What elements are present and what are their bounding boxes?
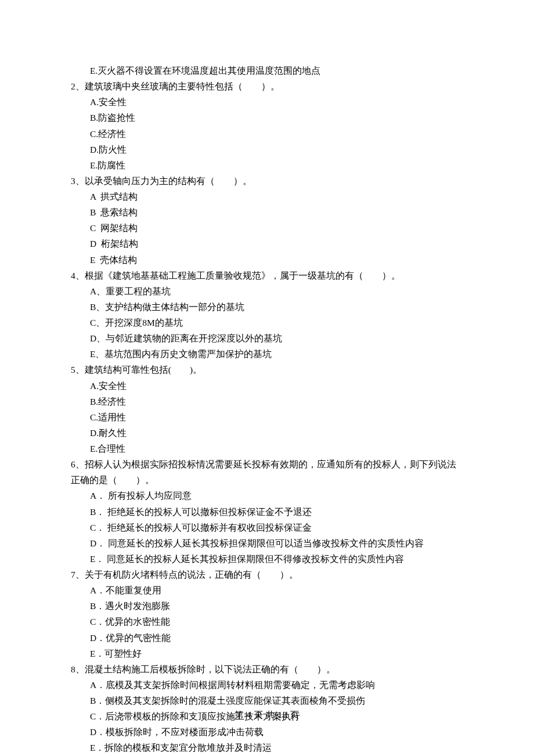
option: A． 所有投标人均应同意 <box>90 488 463 503</box>
question-stem: 2、建筑玻璃中夹丝玻璃的主要特性包括（ ）。 <box>71 78 463 94</box>
option: B、支护结构做主体结构一部分的基坑 <box>90 299 463 315</box>
option: B.经济性 <box>90 394 463 409</box>
option: C.经济性 <box>90 126 463 142</box>
option: D.防火性 <box>90 142 463 157</box>
question: 3、以承受轴向压力为主的结构有（ ）。A 拱式结构B 悬索结构C 网架结构D 桁… <box>71 173 463 268</box>
page-footer: 第 4 页 共 12 页 <box>0 708 534 722</box>
question-stem: 3、以承受轴向压力为主的结构有（ ）。 <box>71 173 463 189</box>
option: D.耐久性 <box>90 425 463 441</box>
options-group: A 拱式结构B 悬索结构C 网架结构D 桁架结构E 壳体结构 <box>71 189 463 268</box>
question: 5、建筑结构可靠性包括( )。A.安全性B.经济性C.适用性D.耐久性E.合理性 <box>71 362 463 456</box>
option: E．可塑性好 <box>90 646 463 661</box>
option: B.防盗抢性 <box>90 110 463 125</box>
option: B． 拒绝延长的投标人可以撤标但投标保证金不予退还 <box>90 504 463 520</box>
question: 2、建筑玻璃中夹丝玻璃的主要特性包括（ ）。A.安全性B.防盗抢性C.经济性D.… <box>71 78 463 173</box>
option: A、重要工程的基坑 <box>90 283 463 299</box>
option: C 网架结构 <box>90 220 463 236</box>
option: B．遇火时发泡膨胀 <box>90 598 463 614</box>
option: B．侧模及其支架拆除时的混凝土强度应能保证其表面棱角不受损伤 <box>90 693 463 708</box>
option: D．模板拆除时，不应对楼面形成冲击荷载 <box>90 724 463 740</box>
options-group: A.安全性B.经济性C.适用性D.耐久性E.合理性 <box>71 378 463 457</box>
options-group: A、重要工程的基坑B、支护结构做主体结构一部分的基坑C、开挖深度8M的基坑D、与… <box>71 283 463 362</box>
option: A.安全性 <box>90 378 463 394</box>
options-group: A．不能重复使用B．遇火时发泡膨胀C．优异的水密性能D．优异的气密性能E．可塑性… <box>71 582 463 661</box>
question-stem: 7、关于有机防火堵料特点的说法，正确的有（ ）。 <box>71 567 463 582</box>
option: C、开挖深度8M的基坑 <box>90 315 463 330</box>
option: D、与邻近建筑物的距离在开挖深度以外的基坑 <box>90 330 463 346</box>
option: C． 拒绝延长的投标人可以撤标并有权收回投标保证金 <box>90 520 463 535</box>
option: E.防腐性 <box>90 157 463 173</box>
option: E 壳体结构 <box>90 252 463 268</box>
option: D 桁架结构 <box>90 236 463 251</box>
option: A.安全性 <box>90 94 463 110</box>
option: C.适用性 <box>90 409 463 425</box>
question: 7、关于有机防火堵料特点的说法，正确的有（ ）。A．不能重复使用B．遇火时发泡膨… <box>71 567 463 661</box>
page-number: 第 4 页 共 12 页 <box>234 710 300 719</box>
options-group: A． 所有投标人均应同意B． 拒绝延长的投标人可以撤标但投标保证金不予退还C． … <box>71 488 463 567</box>
options-group: A.安全性B.防盗抢性C.经济性D.防火性E.防腐性 <box>71 94 463 173</box>
document-page: E.灭火器不得设置在环境温度超出其使用温度范围的地点 2、建筑玻璃中夹丝玻璃的主… <box>0 0 534 756</box>
option: E、基坑范围内有历史文物需严加保护的基坑 <box>90 346 463 362</box>
option: E． 同意延长的投标人延长其投标担保期限但不得修改投标文件的实质性内容 <box>90 551 463 567</box>
option: B 悬索结构 <box>90 204 463 220</box>
option: E．拆除的模板和支架宜分散堆放并及时清运 <box>90 740 463 755</box>
option: A．不能重复使用 <box>90 582 463 598</box>
question-stem: 5、建筑结构可靠性包括( )。 <box>71 362 463 377</box>
question-stem: 6、招标人认为根据实际招投标情况需要延长投标有效期的，应通知所有的投标人，则下列… <box>71 456 463 488</box>
option: D． 同意延长的投标人延长其投标担保期限但可以适当修改投标文件的实质性内容 <box>90 535 463 551</box>
option: E.合理性 <box>90 441 463 456</box>
option-text: E.灭火器不得设置在环境温度超出其使用温度范围的地点 <box>90 66 320 75</box>
question: 6、招标人认为根据实际招投标情况需要延长投标有效期的，应通知所有的投标人，则下列… <box>71 456 463 567</box>
option: D．优异的气密性能 <box>90 630 463 646</box>
questions-container: 2、建筑玻璃中夹丝玻璃的主要特性包括（ ）。A.安全性B.防盗抢性C.经济性D.… <box>71 78 463 755</box>
option: A．底模及其支架拆除时间根据周转材料租期需要确定，无需考虑影响 <box>90 677 463 693</box>
question-stem: 8、混凝土结构施工后模板拆除时，以下说法正确的有（ ）。 <box>71 661 463 677</box>
option: C．优异的水密性能 <box>90 614 463 629</box>
option: A 拱式结构 <box>90 189 463 204</box>
question: 4、根据《建筑地基基础工程施工质量验收规范》，属于一级基坑的有（ ）。A、重要工… <box>71 268 463 362</box>
question-stem: 4、根据《建筑地基基础工程施工质量验收规范》，属于一级基坑的有（ ）。 <box>71 268 463 283</box>
orphan-option-e: E.灭火器不得设置在环境温度超出其使用温度范围的地点 <box>71 63 463 78</box>
